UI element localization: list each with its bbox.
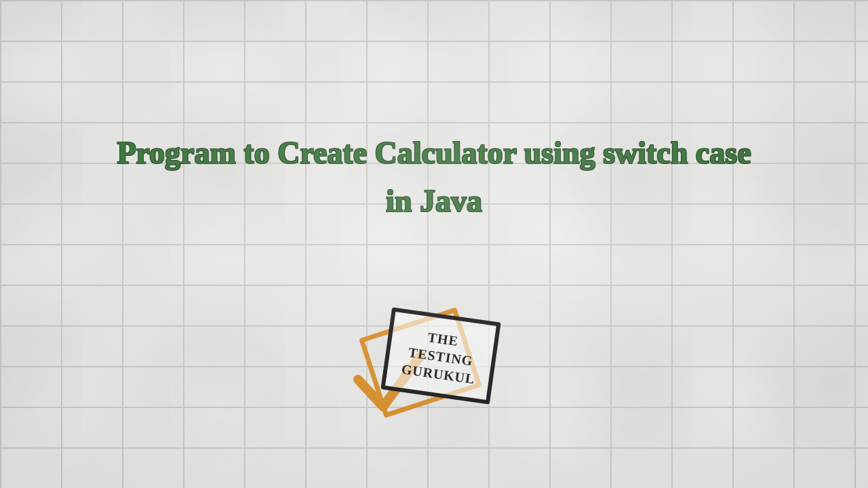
slide-title-line1: Program to Create Calculator using switc… [117, 136, 751, 170]
logo-svg: THE TESTING GURUKUL [346, 291, 522, 427]
logo-front-square: THE TESTING GURUKUL [383, 310, 499, 403]
slide-title: Program to Create Calculator using switc… [0, 129, 868, 226]
slide-title-line2: in Java [386, 184, 482, 218]
logo: THE TESTING GURUKUL [346, 291, 522, 427]
